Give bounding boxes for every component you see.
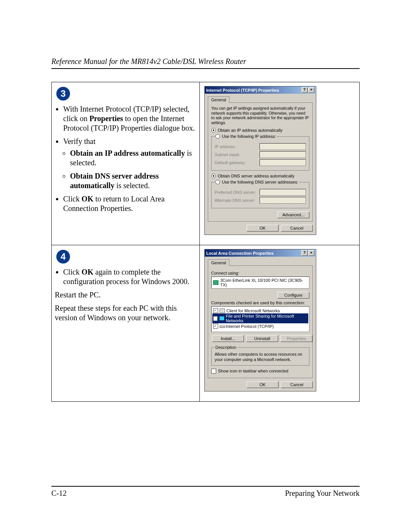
checkbox-icon[interactable] [211, 369, 216, 374]
list-item[interactable]: ✓ Internet Protocol (TCP/IP) [212, 323, 308, 329]
help-icon[interactable]: ? [301, 87, 307, 93]
ok-button[interactable]: OK [247, 225, 279, 232]
description-text: Allows other computers to access resourc… [215, 352, 306, 362]
show-icon-checkbox-row[interactable]: Show icon in taskbar when connected [211, 369, 309, 374]
group-legend: Description [215, 345, 237, 350]
ip-input[interactable]: ... [260, 189, 306, 196]
help-icon[interactable]: ? [301, 250, 307, 256]
field-subnet: Subnet mask: ... [215, 151, 306, 158]
text: Click [63, 195, 81, 203]
tab-panel: You can get IP settings assigned automat… [208, 102, 313, 222]
running-header: Reference Manual for the MR814v2 Cable/D… [51, 57, 360, 66]
radio-label: Obtain an IP address automatically [218, 128, 282, 133]
list-item: Click OK to return to Local Area Connect… [63, 194, 196, 213]
dialog-button-row: OK Cancel [208, 225, 313, 232]
step3-sublist: Obtain an IP address automatically is se… [70, 149, 196, 190]
step3-text-cell: 3 With Internet Protocol (TCP/IP) select… [52, 82, 200, 245]
radio-icon[interactable] [215, 180, 220, 184]
step3-list: With Internet Protocol (TCP/IP) selected… [63, 104, 196, 213]
close-icon[interactable]: × [308, 87, 314, 93]
properties-button[interactable]: Properties [280, 335, 312, 342]
paragraph: Restart the PC. [55, 290, 196, 300]
step4-list: Click OK again to complete the configura… [63, 267, 196, 286]
ok-button[interactable]: OK [247, 381, 279, 388]
section-title: Preparing Your Network [285, 489, 360, 498]
client-icon [220, 308, 225, 313]
configure-button[interactable]: Configure [277, 292, 309, 299]
page-footer: C-12 Preparing Your Network [51, 483, 360, 498]
list-item[interactable]: ✓ Client for Microsoft Networks [212, 308, 308, 313]
radio-obtain-dns[interactable]: Obtain DNS server address automatically [211, 174, 309, 178]
text: is selected. [115, 181, 150, 190]
field-pref-dns: Preferred DNS server: ... [215, 189, 306, 196]
component-label: File and Printer Sharing for Microsoft N… [226, 314, 307, 323]
group-description: Description Allows other computers to ac… [211, 345, 309, 365]
list-item: Obtain DNS server address automatically … [70, 171, 196, 190]
advanced-row: Advanced... [211, 211, 309, 218]
components-listbox[interactable]: ✓ Client for Microsoft Networks File and… [211, 306, 309, 332]
table-row: 3 With Internet Protocol (TCP/IP) select… [52, 82, 360, 245]
nic-name: 3Com EtherLink XL 10/100 PCI NIC (3C905-… [220, 278, 307, 287]
ip-input[interactable]: ... [260, 151, 306, 158]
field-ip-address: IP address: ... [215, 143, 306, 150]
list-item: Verify that Obtain an IP address automat… [63, 137, 196, 190]
checkbox-icon[interactable]: ✓ [213, 324, 218, 329]
table-row: 4 Click OK again to complete the configu… [52, 245, 360, 401]
step4-dialog-cell: Local Area Connection Properties ? × Gen… [199, 245, 359, 401]
component-label: Internet Protocol (TCP/IP) [226, 324, 274, 329]
bold: OK [81, 195, 93, 203]
page: Reference Manual for the MR814v2 Cable/D… [0, 0, 411, 532]
install-button[interactable]: Install... [212, 335, 244, 342]
checkbox-icon[interactable] [213, 316, 218, 321]
step3-dialog-cell: Internet Protocol (TCP/IP) Properties ? … [199, 82, 359, 245]
list-item[interactable]: File and Printer Sharing for Microsoft N… [212, 313, 308, 323]
dialog-titlebar[interactable]: Local Area Connection Properties ? × [205, 249, 316, 257]
ip-input[interactable]: ... [260, 159, 306, 166]
header-rule [51, 68, 360, 69]
list-item: Obtain an IP address automatically is se… [70, 149, 196, 168]
nic-icon [213, 280, 218, 285]
checkbox-icon[interactable]: ✓ [213, 308, 218, 313]
radio-obtain-ip[interactable]: Obtain an IP address automatically [211, 128, 309, 133]
lan-properties-dialog: Local Area Connection Properties ? × Gen… [204, 249, 316, 391]
ip-input[interactable]: ... [260, 197, 306, 204]
radio-icon[interactable] [215, 134, 220, 139]
radio-label: Use the following DNS server addresses: [222, 180, 298, 184]
group-static-dns: Use the following DNS server addresses: … [211, 180, 309, 208]
dialog-title: Internet Protocol (TCP/IP) Properties [206, 88, 279, 93]
text: Verify that [63, 137, 96, 145]
field-label: IP address: [215, 144, 236, 149]
ip-input[interactable]: ... [260, 143, 306, 150]
tab-general[interactable]: General [208, 259, 229, 266]
radio-label: Use the following IP address: [222, 134, 276, 139]
dialog-description: You can get IP settings assigned automat… [211, 106, 309, 125]
close-icon[interactable]: × [308, 250, 314, 256]
text: Click [63, 268, 81, 276]
configure-row: Configure [211, 292, 309, 299]
dialog-title: Local Area Connection Properties [206, 251, 274, 256]
footer-rule [51, 486, 360, 487]
advanced-button[interactable]: Advanced... [277, 211, 309, 218]
dialog-body: General You can get IP settings assigned… [205, 94, 316, 235]
cancel-button[interactable]: Cancel [281, 381, 313, 388]
page-number: C-12 [51, 489, 67, 498]
uninstall-button[interactable]: Uninstall [246, 335, 278, 342]
nic-field: 3Com EtherLink XL 10/100 PCI NIC (3C905-… [211, 276, 309, 289]
radio-label: Obtain DNS server address automatically [218, 174, 295, 178]
radio-icon [211, 128, 216, 133]
checkbox-label: Show icon in taskbar when connected [218, 369, 288, 373]
component-label: Client for Microsoft Networks [226, 308, 280, 313]
dialog-titlebar[interactable]: Internet Protocol (TCP/IP) Properties ? … [205, 86, 316, 94]
field-label: Preferred DNS server: [215, 190, 256, 195]
component-button-row: Install... Uninstall Properties [211, 335, 309, 342]
step-badge-4: 4 [56, 250, 70, 264]
content-table: 3 With Internet Protocol (TCP/IP) select… [51, 82, 360, 402]
field-label: Alternate DNS server: [215, 198, 255, 203]
field-alt-dns: Alternate DNS server: ... [215, 197, 306, 204]
field-gateway: Default gateway: ... [215, 159, 306, 166]
step4-text-cell: 4 Click OK again to complete the configu… [52, 245, 200, 401]
bold: Obtain an IP address automatically [70, 149, 185, 157]
tab-panel: Connect using: 3Com EtherLink XL 10/100 … [208, 265, 313, 378]
tab-general[interactable]: General [208, 96, 229, 103]
cancel-button[interactable]: Cancel [281, 225, 313, 232]
